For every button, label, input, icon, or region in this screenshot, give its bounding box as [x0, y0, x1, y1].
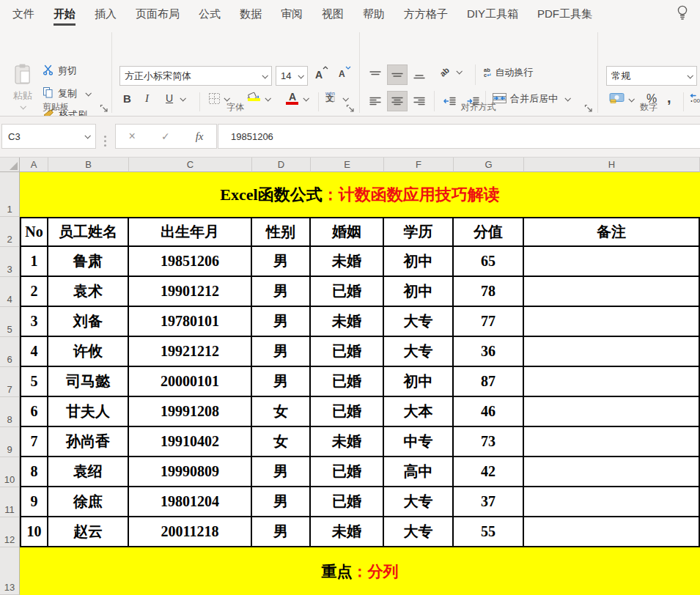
cell-D12[interactable]: 男 [252, 517, 311, 547]
cell-H11[interactable] [524, 487, 700, 517]
row-header-1[interactable]: 1 [0, 172, 20, 217]
cell-A5[interactable]: 3 [20, 307, 48, 337]
align-middle-button[interactable] [387, 64, 408, 85]
orientation-dropdown-chevron[interactable] [456, 68, 462, 74]
cell-G6[interactable]: 36 [454, 337, 524, 367]
cell-G4[interactable]: 78 [454, 277, 524, 307]
cell-B7[interactable]: 司马懿 [48, 367, 129, 397]
cell-E7[interactable]: 已婚 [311, 367, 384, 397]
cell-H5[interactable] [524, 307, 700, 337]
select-all-corner[interactable] [0, 158, 20, 172]
cell-E12[interactable]: 未婚 [311, 517, 384, 547]
cell-B11[interactable]: 徐庶 [48, 487, 129, 517]
align-top-button[interactable] [365, 64, 386, 85]
cell-G10[interactable]: 42 [454, 457, 524, 487]
cell-G12[interactable]: 55 [454, 517, 524, 547]
cell-A2[interactable]: No [20, 217, 48, 247]
tab-页面布局[interactable]: 页面布局 [126, 0, 189, 28]
cell-A7[interactable]: 5 [20, 367, 48, 397]
cell-D5[interactable]: 男 [252, 307, 311, 337]
cell-E3[interactable]: 未婚 [311, 247, 384, 277]
cell-A11[interactable]: 9 [20, 487, 48, 517]
cell-C11[interactable]: 19801204 [129, 487, 252, 517]
cell-C9[interactable]: 19910402 [129, 427, 252, 457]
cell-G3[interactable]: 65 [454, 247, 524, 277]
cell-D3[interactable]: 男 [252, 247, 311, 277]
font-size-dropdown-chevron[interactable] [298, 73, 303, 78]
row-header-5[interactable]: 5 [0, 307, 20, 337]
font-name-dropdown-chevron[interactable] [262, 73, 268, 78]
cell-F6[interactable]: 大专 [384, 337, 454, 367]
cell-C6[interactable]: 19921212 [129, 337, 252, 367]
clipboard-dialog-launcher-icon[interactable] [100, 103, 109, 112]
increase-font-size-button[interactable]: A [315, 69, 323, 81]
cell-H4[interactable] [524, 277, 700, 307]
cell-E8[interactable]: 已婚 [311, 397, 384, 427]
phonetic-guide-button[interactable]: wén文 [325, 91, 335, 102]
cell-E11[interactable]: 已婚 [311, 487, 384, 517]
cell-F11[interactable]: 大专 [384, 487, 454, 517]
cell-A9[interactable]: 7 [20, 427, 48, 457]
cell-F12[interactable]: 大专 [384, 517, 454, 547]
cell-D6[interactable]: 男 [252, 337, 311, 367]
cell-F10[interactable]: 高中 [384, 457, 454, 487]
number-format-dropdown-chevron[interactable] [687, 73, 693, 78]
tab-PDF工具集[interactable]: PDF工具集 [528, 0, 602, 28]
cell-D9[interactable]: 女 [252, 427, 311, 457]
tab-审阅[interactable]: 审阅 [271, 0, 312, 28]
column-header-A[interactable]: A [20, 158, 48, 172]
row-header-2[interactable]: 2 [0, 217, 20, 247]
cell-C3[interactable]: 19851206 [129, 247, 252, 277]
copy-dropdown-chevron[interactable] [85, 90, 91, 96]
cell-C8[interactable]: 19991208 [129, 397, 252, 427]
cell-G11[interactable]: 37 [454, 487, 524, 517]
row-header-7[interactable]: 7 [0, 367, 20, 397]
column-header-F[interactable]: F [384, 158, 454, 172]
cell-H10[interactable] [524, 457, 700, 487]
cell-H12[interactable] [524, 517, 700, 547]
cell-A8[interactable]: 6 [20, 397, 48, 427]
tab-开始[interactable]: 开始 [44, 0, 85, 28]
cell-D4[interactable]: 男 [252, 277, 311, 307]
tell-me-lightbulb-icon[interactable] [677, 4, 688, 23]
cell-F9[interactable]: 中专 [384, 427, 454, 457]
cell-B8[interactable]: 甘夫人 [48, 397, 129, 427]
cell-C4[interactable]: 19901212 [129, 277, 252, 307]
footer-cell[interactable]: 重点：分列 [20, 547, 700, 595]
cell-B2[interactable]: 员工姓名 [48, 217, 129, 247]
cell-C7[interactable]: 20000101 [129, 367, 252, 397]
cell-B3[interactable]: 鲁肃 [48, 247, 129, 277]
cell-H2[interactable]: 备注 [524, 217, 700, 247]
number-format-combobox[interactable]: 常规 [606, 66, 697, 86]
row-header-4[interactable]: 4 [0, 277, 20, 307]
name-box-dropdown-chevron[interactable] [84, 133, 90, 138]
tab-文件[interactable]: 文件 [3, 0, 44, 28]
cell-H8[interactable] [524, 397, 700, 427]
cell-B6[interactable]: 许攸 [48, 337, 129, 367]
row-header-11[interactable]: 11 [0, 487, 20, 517]
insert-function-icon[interactable]: fx [196, 130, 204, 143]
fill-color-button[interactable] [246, 91, 261, 102]
cell-E9[interactable]: 未婚 [311, 427, 384, 457]
cell-G9[interactable]: 73 [454, 427, 524, 457]
cell-F2[interactable]: 学历 [384, 217, 454, 247]
cell-C2[interactable]: 出生年月 [129, 217, 252, 247]
wrap-text-button[interactable]: abc↵ 自动换行 [484, 66, 533, 79]
font-size-combobox[interactable]: 14 [276, 66, 308, 86]
cell-F7[interactable]: 初中 [384, 367, 454, 397]
cell-A10[interactable]: 8 [20, 457, 48, 487]
cancel-icon[interactable]: × [129, 130, 136, 143]
formula-input[interactable]: 19851206 [218, 124, 700, 149]
column-header-H[interactable]: H [524, 158, 700, 172]
cell-A12[interactable]: 10 [20, 517, 48, 547]
cell-D11[interactable]: 男 [252, 487, 311, 517]
cell-E4[interactable]: 已婚 [311, 277, 384, 307]
tab-方方格子[interactable]: 方方格子 [394, 0, 457, 28]
cut-button[interactable]: 剪切 [43, 64, 77, 78]
cell-B4[interactable]: 袁术 [48, 277, 129, 307]
row-header-10[interactable]: 10 [0, 457, 20, 487]
cell-B9[interactable]: 孙尚香 [48, 427, 129, 457]
cell-H7[interactable] [524, 367, 700, 397]
cell-F4[interactable]: 初中 [384, 277, 454, 307]
cell-F5[interactable]: 大专 [384, 307, 454, 337]
